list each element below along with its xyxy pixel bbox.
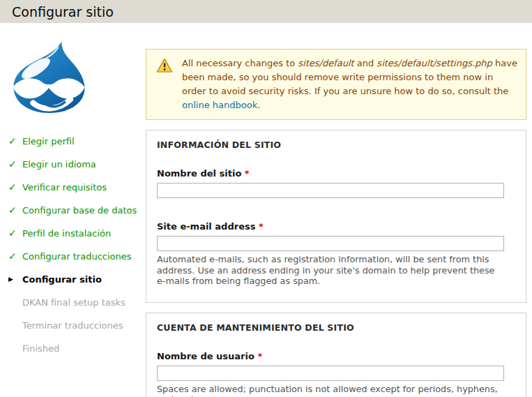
task-label: Configurar sitio [22,274,102,285]
label-text: Nombre de usuario [157,351,254,361]
task-label: Perfil de instalación [22,228,111,239]
task-finished: Finished [8,341,146,355]
check-icon: ✓ [8,181,18,193]
content: ✓ Elegir perfil ✓ Elegir un idioma ✓ Ver… [0,23,532,397]
page-header: Configurar sitio [0,0,532,23]
site-email-description: Automated e-mails, such as registration … [157,254,505,287]
warning-text-part: . [257,100,260,110]
task-label: Terminar traducciones [22,320,123,331]
task-terminar-traducciones: Terminar traducciones [8,318,146,332]
check-icon: ✓ [8,250,18,262]
path-sites-default: sites/default [298,58,354,68]
task-perfil-de-instalacion: ✓ Perfil de instalación [8,226,146,240]
task-label: Verificar requisitos [22,182,107,193]
username-description: Spaces are allowed; punctuation is not a… [157,384,505,397]
page-title: Configurar sitio [12,4,114,20]
site-name-input[interactable] [157,183,504,198]
task-elegir-un-idioma: ✓ Elegir un idioma [8,157,146,171]
warning-text: All necessary changes to sites/default a… [182,57,517,112]
path-settings-php: sites/default/settings.php [377,58,492,68]
form-item-username: Nombre de usuario * Spaces are allowed; … [157,351,505,397]
task-label: Configurar base de datos [22,205,137,216]
check-icon: ✓ [8,204,18,216]
sidebar: ✓ Elegir perfil ✓ Elegir un idioma ✓ Ver… [0,23,146,364]
drupal-droplet-icon [6,40,92,114]
form-item-site-email: Site e-mail address * Automated e-mails,… [157,221,505,287]
required-marker: * [259,221,264,232]
online-handbook-link[interactable]: online handbook [182,100,257,110]
task-configurar-base-de-datos: ✓ Configurar base de datos [8,203,146,217]
site-email-input[interactable] [157,236,504,251]
check-icon: ✓ [8,158,18,170]
task-label: Elegir un idioma [22,159,96,170]
install-task-list: ✓ Elegir perfil ✓ Elegir un idioma ✓ Ver… [0,134,146,355]
check-icon: ✓ [8,135,18,147]
main-column: All necessary changes to sites/default a… [146,23,532,397]
fieldset-legend: CUENTA DE MANTENIMIENTO DEL SITIO [157,322,505,333]
fieldset-maintenance-account: CUENTA DE MANTENIMIENTO DEL SITIO Nombre… [146,313,526,397]
label-text: Nombre del sitio [157,168,241,179]
site-name-label: Nombre del sitio * [157,168,505,179]
warning-text-part: All necessary changes to [182,58,298,68]
warning-triangle-icon [156,58,173,73]
warning-message: All necessary changes to sites/default a… [146,49,526,120]
warning-text-part: and [354,58,377,68]
task-label: Finished [22,343,59,354]
username-input[interactable] [157,366,504,381]
form-item-site-name: Nombre del sitio * [157,168,505,198]
label-text: Site e-mail address [157,221,255,232]
required-marker: * [245,168,250,179]
check-icon: ✓ [8,227,18,239]
task-configurar-traducciones: ✓ Configurar traducciones [8,249,146,263]
fieldset-site-information: INFORMACIÓN DEL SITIO Nombre del sitio *… [146,130,526,303]
task-elegir-perfil: ✓ Elegir perfil [8,134,146,148]
site-email-label: Site e-mail address * [157,221,505,232]
task-label: Elegir perfil [22,136,75,147]
username-label: Nombre de usuario * [157,351,505,361]
fieldset-legend: INFORMACIÓN DEL SITIO [157,140,505,150]
task-label: Configurar traducciones [22,251,132,262]
task-verificar-requisitos: ✓ Verificar requisitos [8,180,146,194]
required-marker: * [257,351,262,361]
task-label: DKAN final setup tasks [22,297,126,308]
task-configurar-sitio-active: ▶ Configurar sitio [8,272,146,286]
active-arrow-icon: ▶ [8,276,18,283]
task-dkan-final-setup-tasks: DKAN final setup tasks [8,295,146,309]
drupal-logo [6,40,146,114]
